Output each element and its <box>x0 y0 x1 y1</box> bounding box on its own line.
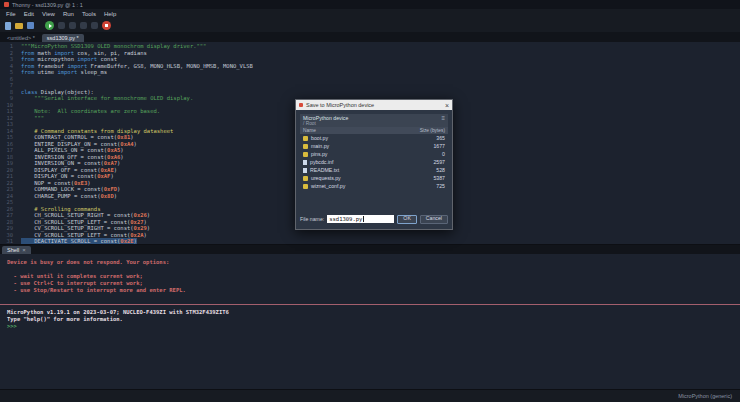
dialog-footer: File name: ssd1309.py OK Cancel <box>300 210 448 225</box>
file-row[interactable]: wiznet_conf.py725 <box>300 182 448 190</box>
file-size: 1677 <box>433 143 445 149</box>
file-size: 365 <box>436 135 445 141</box>
debug-icon[interactable] <box>58 22 65 29</box>
file-list: boot.py365main.py1677pins.py0pybcdc.inf2… <box>300 134 448 210</box>
shell-panel: Shell × Device is busy or does not respo… <box>0 244 740 389</box>
file-icon <box>303 160 307 165</box>
device-path: / Root <box>303 121 445 126</box>
status-bar: MicroPython (generic) <box>0 389 740 402</box>
step-into-icon[interactable] <box>80 22 87 29</box>
shell-line: Type "help()" for more information. <box>7 316 733 323</box>
file-name: wiznet_conf.py <box>311 183 433 189</box>
cancel-button[interactable]: Cancel <box>420 215 448 224</box>
dialog-body: MicroPython device ≡ / Root Name Size (b… <box>296 110 452 229</box>
text-caret <box>363 216 364 222</box>
file-name-value: ssd1309.py <box>329 216 362 222</box>
file-size: 725 <box>436 183 445 189</box>
thonny-dialog-icon <box>299 103 303 107</box>
file-name: boot.py <box>311 135 433 141</box>
thonny-window: Thonny - ssd1309.py @ 1 : 1 FileEditView… <box>0 0 740 402</box>
dialog-title: Save to MicroPython device <box>306 102 442 108</box>
thonny-app-icon <box>4 2 9 7</box>
file-name: main.py <box>311 143 430 149</box>
menu-bar: FileEditViewRunToolsHelp <box>0 9 740 19</box>
dialog-title-bar: Save to MicroPython device × <box>296 100 452 110</box>
shell-gap <box>7 294 733 301</box>
window-title: Thonny - ssd1309.py @ 1 : 1 <box>12 2 83 8</box>
shell-line: MicroPython v1.19.1 on 2023-03-07; NUCLE… <box>7 309 733 316</box>
file-row[interactable]: pybcdc.inf2597 <box>300 158 448 166</box>
file-row[interactable]: main.py1677 <box>300 142 448 150</box>
menu-file[interactable]: File <box>2 11 20 17</box>
stop-icon[interactable] <box>102 21 111 30</box>
shell-line <box>7 266 733 273</box>
save-icon[interactable] <box>27 22 34 29</box>
file-name: urequests.py <box>311 175 430 181</box>
python-file-icon <box>303 184 308 189</box>
file-name: pins.py <box>311 151 439 157</box>
file-list-header: Name Size (bytes) <box>300 127 448 134</box>
file-name-label: File name: <box>300 216 324 222</box>
device-header: MicroPython device ≡ / Root <box>300 114 448 127</box>
shell-line: - use Stop/Restart to interrupt more and… <box>7 287 733 294</box>
python-file-icon <box>303 152 308 157</box>
file-name: pybcdc.inf <box>310 159 430 165</box>
tab-ssd1309-py[interactable]: ssd1309.py * <box>42 34 84 42</box>
menu-view[interactable]: View <box>38 11 59 17</box>
python-file-icon <box>303 144 308 149</box>
new-file-icon[interactable] <box>5 22 11 30</box>
ok-button[interactable]: OK <box>397 215 417 224</box>
shell-tab-bar: Shell × <box>0 245 740 254</box>
shell-output[interactable]: Device is busy or does not respond. Your… <box>0 254 740 389</box>
menu-tools[interactable]: Tools <box>78 11 100 17</box>
shell-tab-label: Shell <box>7 247 19 253</box>
python-file-icon <box>303 136 308 141</box>
shell-separator <box>0 304 740 305</box>
file-icon <box>303 168 307 173</box>
file-row[interactable]: urequests.py5387 <box>300 174 448 182</box>
file-size: 2597 <box>433 159 445 165</box>
file-name: README.txt <box>310 167 433 173</box>
open-folder-icon[interactable] <box>15 23 23 29</box>
save-dialog: Save to MicroPython device × MicroPython… <box>295 99 453 230</box>
shell-line: - wait until it completes current work; <box>7 273 733 280</box>
shell-line: - use Ctrl+C to interrupt current work; <box>7 280 733 287</box>
python-file-icon <box>303 176 308 181</box>
title-bar: Thonny - ssd1309.py @ 1 : 1 <box>0 0 740 9</box>
menu-help[interactable]: Help <box>100 11 120 17</box>
shell-line: >>> <box>7 323 733 330</box>
file-row[interactable]: boot.py365 <box>300 134 448 142</box>
shell-line: Device is busy or does not respond. Your… <box>7 259 733 266</box>
file-size: 528 <box>436 167 445 173</box>
tab-shell[interactable]: Shell × <box>2 246 31 254</box>
tab-untitled[interactable]: <untitled> * <box>2 34 40 42</box>
column-name: Name <box>303 128 316 133</box>
hamburger-menu-icon[interactable]: ≡ <box>441 115 445 121</box>
toolbar <box>0 19 740 32</box>
menu-edit[interactable]: Edit <box>20 11 38 17</box>
interpreter-status[interactable]: MicroPython (generic) <box>678 393 732 399</box>
editor-tab-bar: <untitled> *ssd1309.py * <box>0 32 740 42</box>
step-out-icon[interactable] <box>91 22 98 29</box>
file-row[interactable]: README.txt528 <box>300 166 448 174</box>
file-size: 0 <box>442 151 445 157</box>
menu-run[interactable]: Run <box>59 11 78 17</box>
run-icon[interactable] <box>45 21 54 30</box>
file-row[interactable]: pins.py0 <box>300 150 448 158</box>
close-icon[interactable]: × <box>22 247 26 253</box>
separator <box>38 25 41 26</box>
file-name-input[interactable]: ssd1309.py <box>327 215 394 223</box>
dialog-close-icon[interactable]: × <box>445 102 449 109</box>
column-size: Size (bytes) <box>420 128 445 133</box>
file-size: 5387 <box>433 175 445 181</box>
line-number-gutter: 1234567891011121314151617181920212223242… <box>0 42 16 244</box>
step-over-icon[interactable] <box>69 22 76 29</box>
